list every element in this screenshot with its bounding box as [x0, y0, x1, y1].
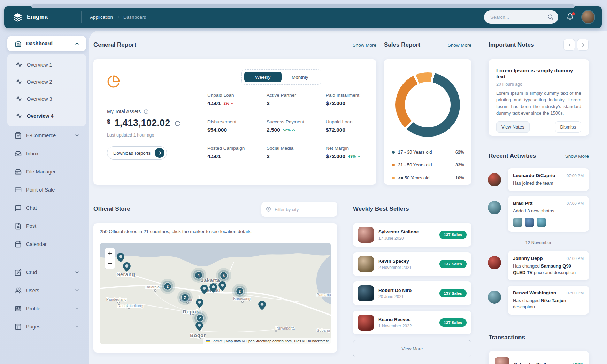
seller-card[interactable]: Robert De Niro 20 June 2021 137 Sales — [353, 281, 471, 305]
toggle-weekly[interactable]: Weekly — [244, 72, 282, 82]
sidebar-item-label: Post — [26, 223, 36, 229]
sidebar-item[interactable]: Profile — [7, 300, 86, 318]
sidebar-item[interactable]: Crud — [7, 263, 86, 281]
zoom-out-button[interactable] — [105, 258, 115, 269]
sidebar-item-dashboard[interactable]: Dashboard — [7, 36, 86, 51]
breadcrumb-application[interactable]: Application — [90, 15, 113, 20]
sidebar-item-label: Dashboard — [26, 41, 53, 46]
general-report-card: My Total Assets $ 1,413,102.02 Last upda… — [93, 59, 376, 185]
refresh-icon[interactable] — [175, 121, 180, 126]
note-title: Lorem Ipsum is simply dummy text — [496, 68, 581, 79]
activity-card[interactable]: Denzel Washington 07:00 PM Has changed N… — [508, 286, 589, 315]
sales-report-show-more[interactable]: Show More — [426, 42, 471, 48]
transaction-row[interactable]: Sylvester Stallone +$77 — [495, 357, 583, 364]
activity-card[interactable]: Johnny Depp 07:00 PM Has changed Samsung… — [508, 251, 589, 280]
activity-item: Leonardo DiCaprio 07:00 PM Has joined th… — [488, 168, 589, 191]
sales-badge: 137 Sales — [439, 231, 467, 239]
sidebar-subitem-overview[interactable]: Overview 1 — [7, 56, 86, 73]
sidebar-item[interactable]: Users — [7, 281, 86, 300]
download-reports-button[interactable]: Download Reports — [107, 146, 167, 160]
toggle-monthly[interactable]: Monthly — [282, 72, 319, 82]
activity-date-divider: 12 November — [488, 237, 589, 246]
activity-card[interactable]: Brad Pitt 07:00 PM Added 3 new photos — [508, 196, 589, 232]
sidebar-item[interactable]: File Manager — [7, 163, 86, 181]
sidebar-subitem-overview[interactable]: Overview 3 — [7, 90, 86, 107]
legend-row: >= 50 Years old 10% — [392, 171, 464, 184]
chevron-down-icon — [74, 133, 80, 138]
credit-card-icon — [15, 186, 22, 193]
stat-label: Posted Campaign — [207, 146, 267, 151]
app-name: Enigma — [27, 14, 48, 20]
sidebar-subitem-overview[interactable]: Overview 2 — [7, 73, 86, 90]
sales-badge: 137 Sales — [439, 260, 467, 268]
store-map[interactable]: SerangBalarajaPandeglangRangkasbitungJak… — [100, 243, 331, 344]
sidebar-item[interactable]: Chat — [7, 199, 86, 217]
seller-card[interactable]: Keanu Reeves 1 November 2022 137 Sales — [353, 311, 471, 334]
map-canvas: SerangBalarajaPandeglangRangkasbitungJak… — [100, 243, 331, 344]
sidebar-item[interactable]: Pages — [7, 318, 86, 336]
map-city-label: Pandeglang — [106, 297, 127, 301]
stat-delta[interactable]: 2% — [224, 101, 235, 106]
notes-next-button[interactable] — [577, 39, 589, 51]
donut-legend: 17 - 30 Years old 62% 31 - 50 Years old … — [392, 146, 464, 184]
photo-thumb[interactable] — [513, 218, 522, 227]
chevron-up-icon — [74, 41, 80, 46]
activity-time: 07:00 PM — [567, 256, 584, 261]
notifications-button[interactable] — [566, 13, 574, 21]
activity-time: 07:00 PM — [567, 291, 584, 295]
breadcrumb-dashboard[interactable]: Dashboard — [123, 15, 146, 20]
sidebar-item[interactable]: Point of Sale — [7, 181, 86, 199]
photo-thumb[interactable] — [525, 218, 534, 227]
legend-label: >= 50 Years old — [398, 175, 429, 180]
leaflet-link[interactable]: Leaflet — [211, 339, 222, 343]
activity-text: Added 3 new photos — [513, 208, 584, 214]
stat-item: Social Media 2 — [267, 146, 326, 172]
message-square-icon — [15, 204, 22, 211]
assets-currency: $ — [107, 118, 110, 125]
filter-city-input[interactable] — [275, 207, 336, 212]
topbar-actions — [484, 10, 602, 24]
activity-text: Has changed Samsung Q90 QLED TV price an… — [513, 263, 584, 276]
avatar — [488, 291, 501, 304]
search-icon[interactable] — [547, 14, 554, 20]
activity-name: Brad Pitt — [513, 201, 532, 206]
inbox-icon — [15, 150, 22, 157]
trend-icon — [230, 101, 235, 106]
stat-delta[interactable]: 49% — [348, 154, 361, 159]
stat-label: Success Payment — [267, 119, 326, 124]
view-more-button[interactable]: View More — [353, 340, 471, 357]
arrow-right-icon — [157, 150, 162, 155]
photo-thumb[interactable] — [537, 218, 546, 227]
map-pin-marker[interactable] — [258, 301, 266, 310]
home-icon — [15, 40, 22, 47]
info-icon[interactable] — [144, 109, 149, 114]
zoom-in-button[interactable] — [105, 248, 115, 258]
sidebar-item-label: Chat — [26, 205, 37, 211]
plus-icon — [107, 251, 113, 256]
seller-card[interactable]: Kevin Spacey 2 November 2021 137 Sales — [353, 252, 471, 276]
activity-card[interactable]: Leonardo DiCaprio 07:00 PM Has joined th… — [508, 168, 589, 191]
view-notes-button[interactable]: View Notes — [496, 121, 530, 133]
seller-card[interactable]: Sylvester Stallone 17 June 2020 137 Sale… — [353, 223, 471, 247]
sidebar-item[interactable]: E-Commerce — [7, 126, 86, 145]
map-pin-marker[interactable] — [196, 299, 203, 308]
seller-date: 20 June 2021 — [378, 294, 412, 299]
sidebar-item[interactable]: Inbox — [7, 145, 86, 163]
map-pin-marker[interactable] — [117, 253, 124, 262]
general-report-show-more[interactable]: Show More — [331, 42, 376, 48]
age-donut-chart[interactable] — [395, 72, 460, 137]
map-pin-marker[interactable] — [123, 262, 131, 272]
seller-name: Kevin Spacey — [378, 258, 412, 264]
sidebar-item[interactable]: Post — [7, 217, 86, 235]
sidebar-item[interactable]: Calendar — [7, 235, 86, 253]
activity-name: Leonardo DiCaprio — [513, 173, 555, 178]
sidebar-subitem-overview[interactable]: Overview 4 — [7, 107, 86, 124]
activity-item: Brad Pitt 07:00 PM Added 3 new photos — [488, 196, 589, 232]
app-logo[interactable]: Enigma — [4, 13, 81, 22]
recent-activities-show-more[interactable]: Show More — [544, 154, 589, 159]
stat-delta[interactable]: 52% — [283, 128, 296, 132]
user-avatar[interactable] — [582, 11, 594, 23]
notes-prev-button[interactable] — [563, 39, 575, 51]
sidebar-item-label: Pages — [26, 324, 40, 330]
dismiss-button[interactable]: Dismiss — [555, 121, 582, 133]
